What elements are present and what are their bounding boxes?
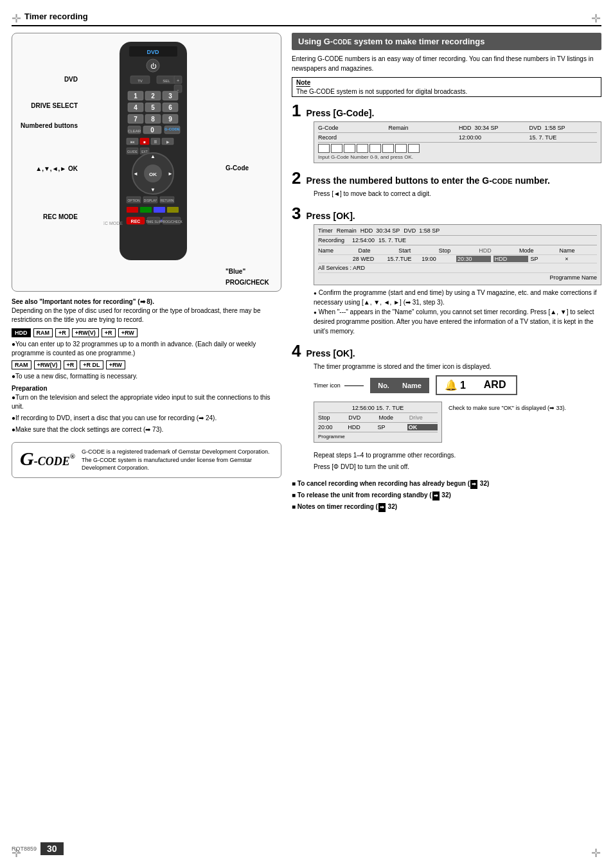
disc-note: Depending on the type of disc used for r… — [12, 306, 281, 324]
svg-text:OPTION: OPTION — [127, 199, 140, 202]
svg-text:8: 8 — [151, 116, 155, 123]
badge-rdl: +R DL — [80, 360, 103, 369]
svg-text:6: 6 — [168, 104, 172, 111]
step-2-body: Press [◄] to move back to correct a digi… — [314, 189, 601, 199]
step-4-repeat: Repeat steps 1–4 to programme other reco… — [314, 450, 601, 472]
svg-text:7: 7 — [134, 116, 138, 123]
badge-hdd: HDD — [12, 328, 31, 337]
footer-link-2: To release the unit from recording stand… — [292, 490, 601, 501]
svg-text:▲: ▲ — [150, 154, 155, 159]
no-value: 🔔 1 — [437, 376, 474, 394]
timer-data-row: 28 WED 15.7.TUE 19:00 20:30 HDD SP × — [318, 255, 597, 263]
step-2-text: Press [◄] to move back to correct a digi… — [314, 189, 601, 199]
prep-item-2: ●If recording to DVD, insert a disc that… — [12, 414, 281, 423]
svg-text:1: 1 — [134, 93, 138, 100]
badge-r3: +R — [64, 360, 78, 369]
check-time: 12:56:00 15. 7. TUE — [318, 405, 438, 413]
footer-links: To cancel recording when recording has a… — [292, 478, 601, 513]
badge-r: +R — [55, 328, 69, 337]
gcode-trademark-text: G-CODE is a registered trademark of Gems… — [82, 448, 273, 472]
badge-rwv: +RW(V) — [72, 328, 99, 337]
gcode-logo: G-CODE® — [20, 448, 75, 470]
step-1-title: Press [G-Code]. — [306, 108, 374, 119]
step-2: 2 Press the numbered buttons to enter th… — [292, 170, 601, 199]
step-4-number: 4 — [292, 342, 301, 359]
svg-text:3: 3 — [168, 93, 172, 100]
screen-row-1: G-Code Remain HDD 30:34 SP DVD 1:58 SP — [318, 125, 597, 133]
svg-text:EXT: EXT — [141, 150, 148, 154]
badge-ram2: RAM — [12, 360, 31, 369]
check-data-row: 20:00 HDD SP OK — [318, 424, 438, 430]
rec-mode-label: REC MODE — [16, 213, 80, 220]
prep-item-1: ●Turn on the television and select the a… — [12, 393, 281, 411]
step-1-header: 1 Press [G-Code]. — [292, 102, 601, 119]
corner-mark-tl: ✛ — [12, 12, 22, 22]
step-3-number: 3 — [292, 205, 301, 222]
svg-text:⏮: ⏮ — [130, 140, 134, 144]
svg-text:DVD: DVD — [147, 49, 159, 55]
page-code: RQT8859 — [12, 846, 37, 852]
name-value: ARD — [474, 376, 517, 394]
badge-rw: +RW — [118, 328, 138, 337]
badge-rw2: +RW — [106, 360, 125, 369]
timer-icon-label-area: Timer icon — [314, 382, 364, 389]
bullet-3-1: Confirm the programme (start and end tim… — [314, 288, 601, 307]
footer-link-3: Notes on timer recording (➡ 32) — [292, 501, 601, 513]
disc-badges-2: RAM +RW(V) +R +R DL +RW — [12, 360, 281, 369]
remote-svg: DVD ⏻ TV SEL + - — [103, 39, 203, 270]
remote-body-area: DVD ⏻ TV SEL + - — [84, 39, 222, 270]
svg-text:REC MODE: REC MODE — [103, 221, 123, 226]
nav-ok-label: ▲,▼,◄,► OK — [16, 165, 80, 172]
step-4-header: 4 Press [OK]. — [292, 342, 601, 359]
svg-text:OK: OK — [149, 172, 157, 177]
left-column: DVD DRIVE SELECT Numbered buttons ▲,▼,◄,… — [12, 33, 281, 513]
step-2-number: 2 — [292, 170, 301, 186]
svg-rect-65 — [167, 207, 179, 213]
timer-screen: Timer Remain HDD 30:34 SP DVD 1:58 SP Re… — [314, 224, 601, 285]
timer-header-row1: Timer Remain HDD 30:34 SP DVD 1:58 SP — [318, 227, 597, 236]
screen-row-2: Record 12:00:00 15. 7. TUE — [318, 134, 597, 143]
svg-text:SEL: SEL — [163, 79, 170, 83]
timer-icon-label: Timer icon — [314, 382, 341, 389]
svg-text:►: ► — [168, 171, 173, 177]
remote-diagram: DVD DRIVE SELECT Numbered buttons ▲,▼,◄,… — [12, 33, 281, 292]
svg-text:TIME SLIP: TIME SLIP — [145, 220, 161, 224]
bullet-3-2: When "---" appears in the "Name" column,… — [314, 307, 601, 336]
timer-header-row2: Recording 12:54:00 15. 7. TUE — [318, 237, 597, 245]
corner-mark-br: ✛ — [591, 846, 601, 856]
svg-rect-63 — [140, 207, 152, 213]
step-2-title: Press the numbered buttons to enter the … — [306, 175, 550, 186]
programme-label: Programme — [318, 432, 438, 439]
badge-ram: RAM — [33, 328, 53, 337]
note-box: Note The G-CODE system is not supported … — [292, 77, 601, 97]
input-box-3 — [344, 144, 355, 153]
badge-rwv2: +RW(V) — [34, 360, 61, 369]
input-box-4 — [357, 144, 368, 153]
svg-text:5: 5 — [151, 104, 155, 111]
page-footer: RQT8859 30 — [12, 842, 64, 855]
no-name-display: Timer icon No. Name 🔔 1 ARD — [314, 375, 601, 395]
input-box-1 — [318, 144, 330, 153]
svg-text:+: + — [176, 78, 179, 83]
note-box-text: The G-CODE system is not supported for d… — [296, 88, 597, 95]
step-3: 3 Press [OK]. Timer Remain HDD 30:34 SP … — [292, 205, 601, 336]
svg-text:▶: ▶ — [166, 140, 169, 144]
blue-label: "Blue" — [226, 268, 277, 275]
svg-text:4: 4 — [134, 104, 138, 111]
step-1: 1 Press [G-Code]. G-Code Remain HDD 30:3… — [292, 102, 601, 163]
svg-text:REC: REC — [130, 219, 140, 224]
svg-rect-62 — [127, 207, 138, 213]
all-services-row: All Services : ARD — [318, 263, 597, 273]
screen-input-area — [318, 144, 597, 153]
step-2-header: 2 Press the numbered buttons to enter th… — [292, 170, 601, 186]
gcode-trademark-box: G-CODE® G-CODE is a registered trademark… — [12, 442, 281, 478]
see-also-note: See also "Important notes for recording"… — [12, 298, 281, 305]
check-col-headers: Stop DVD Mode Drive — [318, 414, 438, 423]
no-name-box: No. Name — [370, 378, 429, 393]
section-intro: Entering G-CODE numbers is an easy way o… — [292, 54, 601, 73]
programme-name-row: Programme Name — [318, 273, 597, 282]
input-box-2 — [331, 144, 342, 153]
note-box-title: Note — [296, 79, 310, 87]
notes-area: See also "Important notes for recording"… — [12, 298, 281, 434]
timer-col-headers: Name Date Start Stop HDD Mode Name — [318, 247, 597, 255]
